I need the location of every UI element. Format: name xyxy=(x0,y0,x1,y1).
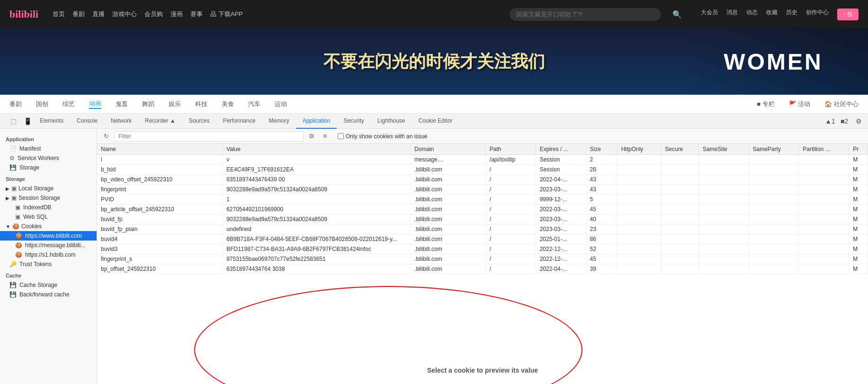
settings-gear-icon[interactable]: ⚙ xyxy=(853,116,864,127)
device-icon[interactable]: 📱 xyxy=(22,116,33,127)
nav-games[interactable]: 游戏中心 xyxy=(112,10,137,18)
sidebar-websql[interactable]: ▣ Web SQL xyxy=(0,212,97,222)
col-pr[interactable]: Pr xyxy=(849,144,868,155)
subnav-auto[interactable]: 汽车 xyxy=(248,100,260,108)
col-value[interactable]: Value xyxy=(223,144,411,155)
col-name[interactable]: Name xyxy=(97,144,223,155)
sidebar-item-storage[interactable]: 💾 Storage xyxy=(0,163,97,172)
tab-network[interactable]: Network xyxy=(104,114,138,129)
col-samesite[interactable]: SameSite xyxy=(698,144,749,155)
refresh-icon[interactable]: ↻ xyxy=(101,131,111,142)
tab-lighthouse[interactable]: Lighthouse xyxy=(371,114,412,129)
nav-manga[interactable]: 漫画 xyxy=(170,10,183,18)
user-vip[interactable]: 大会员 xyxy=(701,9,718,20)
col-path[interactable]: Path xyxy=(485,144,536,155)
nav-live[interactable]: 直播 xyxy=(92,10,105,18)
subnav-variety[interactable]: 综艺 xyxy=(63,100,75,108)
subnav-activity[interactable]: 🚩 活动 xyxy=(789,100,811,108)
user-history[interactable]: 历史 xyxy=(786,9,797,20)
tab-memory[interactable]: Memory xyxy=(262,114,295,129)
tab-security[interactable]: Security xyxy=(337,114,370,129)
cookie-panel: ↻ ⚙ ✕ Only show cookies with an issue Na… xyxy=(97,129,868,384)
sidebar-cookies-group[interactable]: ▼ 🍪 Cookies xyxy=(0,222,97,231)
subnav-sports[interactable]: 运动 xyxy=(275,100,287,108)
filter-input[interactable] xyxy=(114,131,304,142)
col-partition[interactable]: Partition ... xyxy=(799,144,849,155)
table-row[interactable]: buvid3BFD11987-C734-BA31-A9A9-6B2F6797FC… xyxy=(97,244,868,254)
table-row[interactable]: buvid_fp9032288e9ad9a579c51324a0024a8509… xyxy=(97,214,868,224)
subnav-tech[interactable]: 科技 xyxy=(195,100,207,108)
expand-icon-2: ▶ xyxy=(6,196,9,201)
table-row[interactable]: bp_article_offset_2459223106270544921019… xyxy=(97,205,868,214)
tab-sources[interactable]: Sources xyxy=(182,114,216,129)
table-row[interactable]: bp_offset_24592231063518974434764 3038.b… xyxy=(97,264,868,274)
table-row[interactable]: fingerprint9032288e9ad9a579c51324a0024a8… xyxy=(97,185,868,195)
col-size[interactable]: Size xyxy=(586,144,617,155)
col-sameparty[interactable]: SameParty xyxy=(749,144,799,155)
subnav-animation[interactable]: 动画 xyxy=(89,99,101,109)
filter-options-icon[interactable]: ⚙ xyxy=(306,131,317,142)
table-row[interactable]: b_lsidEE4C49F9_17F691612EA.bilibili.com/… xyxy=(97,165,868,175)
nav-app[interactable]: 品 下载APP xyxy=(210,10,243,18)
issue-filter-label[interactable]: Only show cookies with an issue xyxy=(338,133,428,140)
manifest-icon: 📄 xyxy=(9,145,17,152)
tab-recorder[interactable]: Recorder ▲ xyxy=(138,114,182,129)
table-row[interactable]: ivmessage..../api/tooltipSession2M xyxy=(97,155,868,165)
col-secure[interactable]: Secure xyxy=(661,144,698,155)
sidebar-trust-tokens[interactable]: 🔑 Trust Tokens xyxy=(0,259,97,269)
table-row[interactable]: bp_video_offset_245922310635189744347643… xyxy=(97,175,868,185)
nav-anime[interactable]: 番剧 xyxy=(72,10,85,18)
tab-elements[interactable]: Elements xyxy=(33,114,70,129)
sidebar-item-service-workers[interactable]: ⚙ Service Workers xyxy=(0,153,97,163)
sidebar-cache-storage[interactable]: 💾 Cache Storage xyxy=(0,280,97,290)
devtools-icons: ⬚ 📱 xyxy=(8,116,33,127)
subnav-entertainment[interactable]: 娱乐 xyxy=(169,100,181,108)
tab-application[interactable]: Application xyxy=(296,114,337,129)
subnav-dance[interactable]: 舞蹈 xyxy=(142,100,154,108)
user-create[interactable]: 创作中心 xyxy=(806,9,829,20)
user-fav[interactable]: 收藏 xyxy=(766,9,778,20)
sidebar-label-session-storage: Session Storage xyxy=(18,195,60,201)
sidebar-local-storage[interactable]: ▶ ▣ Local Storage xyxy=(0,184,97,193)
issue-filter-text: Only show cookies with an issue xyxy=(346,133,428,140)
cookie-table-wrapper: Name Value Domain Path Expires / ... Siz… xyxy=(97,144,868,384)
table-row[interactable]: fingerprint_s8753155bae069707c77e52fe225… xyxy=(97,254,868,264)
info-icon[interactable]: ■2 xyxy=(839,116,850,127)
nav-home[interactable]: 首页 xyxy=(53,10,65,18)
issue-filter-checkbox[interactable] xyxy=(338,133,344,139)
tab-console[interactable]: Console xyxy=(70,114,104,129)
sidebar-cookie-bilibili-message[interactable]: 🍪 https://message.bilibili... xyxy=(0,241,97,250)
nav-vip[interactable]: 会员购 xyxy=(144,10,163,18)
sidebar-indexeddb[interactable]: ▣ IndexedDB xyxy=(0,203,97,212)
subnav-food[interactable]: 美食 xyxy=(222,100,234,108)
subnav-anime[interactable]: 番剧 xyxy=(9,100,22,108)
tab-performance[interactable]: Performance xyxy=(216,114,262,129)
user-dynamic[interactable]: 动态 xyxy=(746,9,758,20)
user-msg[interactable]: 消息 xyxy=(726,9,738,20)
sidebar-label-cookie-www: https://www.bilibili.com xyxy=(25,232,82,239)
col-httponly[interactable]: HttpOnly xyxy=(617,144,661,155)
clear-filter-icon[interactable]: ✕ xyxy=(320,131,330,142)
search-input[interactable] xyxy=(510,8,661,21)
col-domain[interactable]: Domain xyxy=(411,144,486,155)
subnav-column[interactable]: ■ 专栏 xyxy=(757,100,774,108)
search-icon[interactable]: 🔍 xyxy=(672,10,682,19)
upload-btn[interactable]: ↑ 投 xyxy=(837,9,859,20)
tab-cookie-editor[interactable]: Cookie Editor xyxy=(412,114,459,129)
subnav-community[interactable]: 🏠 社区中心 xyxy=(824,100,859,108)
sidebar-item-manifest[interactable]: 📄 Manifest xyxy=(0,144,97,153)
table-row[interactable]: buvid46B9B718A-F3F4-0484-5EEF-CB68F7067B… xyxy=(97,234,868,244)
subnav-guochuang[interactable]: 国创 xyxy=(36,100,48,108)
inspect-icon[interactable]: ⬚ xyxy=(8,116,19,127)
sidebar-cookie-hdslb[interactable]: 🍪 https://s1.hdslb.com xyxy=(0,250,97,259)
table-row[interactable]: buvid_fp_plainundefined.bilibili.com/202… xyxy=(97,224,868,234)
col-expires[interactable]: Expires / ... xyxy=(536,144,586,155)
sidebar-label-service-workers: Service Workers xyxy=(18,155,59,161)
sidebar-cookie-bilibili-www[interactable]: 🍪 https://www.bilibili.com xyxy=(0,231,97,241)
sidebar-bfcache[interactable]: 💾 Back/forward cache xyxy=(0,290,97,299)
sidebar-session-storage[interactable]: ▶ ▣ Session Storage xyxy=(0,193,97,203)
nav-esports[interactable]: 赛事 xyxy=(190,10,203,18)
subnav-gueizhi[interactable]: 鬼畜 xyxy=(116,100,128,108)
warning-icon[interactable]: ▲1 xyxy=(824,116,836,127)
table-row[interactable]: PVID1.bilibili.com/9999-12-...5M xyxy=(97,195,868,205)
